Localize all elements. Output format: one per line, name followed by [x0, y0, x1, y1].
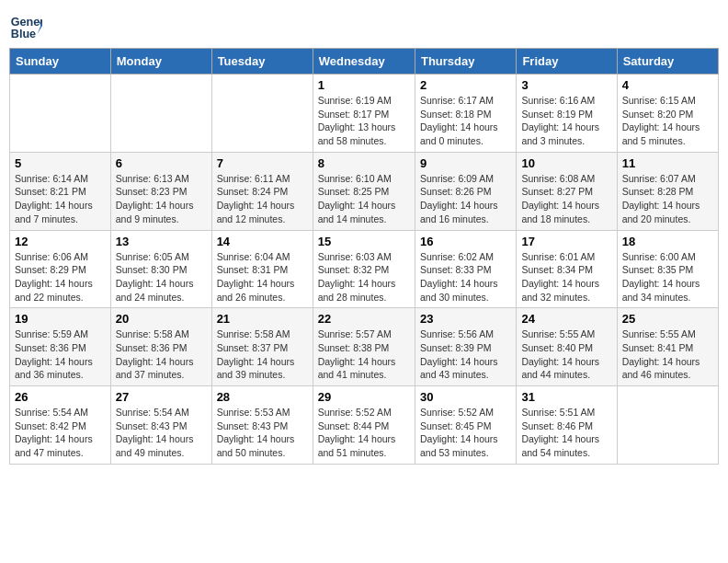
day-number: 3	[521, 78, 611, 92]
day-info: Sunrise: 6:09 AMSunset: 8:26 PMDaylight:…	[420, 172, 511, 226]
calendar-cell	[211, 75, 313, 153]
day-info: Sunrise: 5:52 AMSunset: 8:44 PMDaylight:…	[318, 406, 410, 460]
day-number: 11	[622, 156, 713, 170]
calendar-cell: 3Sunrise: 6:16 AMSunset: 8:19 PMDaylight…	[517, 75, 617, 153]
svg-text:Blue: Blue	[11, 28, 36, 40]
calendar-cell: 24Sunrise: 5:55 AMSunset: 8:40 PMDayligh…	[517, 308, 617, 386]
calendar-cell: 10Sunrise: 6:08 AMSunset: 8:27 PMDayligh…	[517, 152, 617, 230]
calendar-cell: 23Sunrise: 5:56 AMSunset: 8:39 PMDayligh…	[415, 308, 516, 386]
day-info: Sunrise: 6:03 AMSunset: 8:32 PMDaylight:…	[318, 250, 410, 304]
calendar-cell: 25Sunrise: 5:55 AMSunset: 8:41 PMDayligh…	[617, 308, 718, 386]
calendar-cell: 7Sunrise: 6:11 AMSunset: 8:24 PMDaylight…	[211, 152, 313, 230]
day-info: Sunrise: 5:55 AMSunset: 8:41 PMDaylight:…	[622, 327, 713, 382]
day-info: Sunrise: 6:17 AMSunset: 8:18 PMDaylight:…	[420, 94, 511, 148]
day-number: 28	[217, 390, 308, 404]
day-number: 18	[622, 235, 713, 248]
day-info: Sunrise: 6:08 AMSunset: 8:27 PMDaylight:…	[521, 172, 611, 226]
day-info: Sunrise: 5:53 AMSunset: 8:43 PMDaylight:…	[217, 406, 308, 460]
day-info: Sunrise: 6:01 AMSunset: 8:34 PMDaylight:…	[521, 250, 611, 304]
calendar-cell: 18Sunrise: 6:00 AMSunset: 8:35 PMDayligh…	[617, 230, 718, 308]
calendar-cell: 15Sunrise: 6:03 AMSunset: 8:32 PMDayligh…	[313, 230, 415, 308]
day-info: Sunrise: 5:51 AMSunset: 8:46 PMDaylight:…	[521, 406, 611, 460]
weekday-header-thursday: Thursday	[415, 49, 516, 75]
calendar-cell: 12Sunrise: 6:06 AMSunset: 8:29 PMDayligh…	[10, 230, 111, 308]
day-number: 9	[420, 156, 511, 170]
day-info: Sunrise: 5:54 AMSunset: 8:43 PMDaylight:…	[116, 406, 207, 460]
calendar-cell: 21Sunrise: 5:58 AMSunset: 8:37 PMDayligh…	[211, 308, 313, 386]
calendar-cell	[617, 386, 718, 465]
calendar-cell: 20Sunrise: 5:58 AMSunset: 8:36 PMDayligh…	[110, 308, 211, 386]
day-number: 12	[15, 235, 106, 248]
calendar-cell: 9Sunrise: 6:09 AMSunset: 8:26 PMDaylight…	[415, 152, 516, 230]
calendar-cell: 26Sunrise: 5:54 AMSunset: 8:42 PMDayligh…	[10, 386, 111, 465]
day-info: Sunrise: 6:02 AMSunset: 8:33 PMDaylight:…	[420, 250, 511, 304]
day-number: 23	[420, 312, 511, 326]
day-number: 8	[318, 156, 410, 170]
calendar-cell: 14Sunrise: 6:04 AMSunset: 8:31 PMDayligh…	[211, 230, 313, 308]
day-info: Sunrise: 5:55 AMSunset: 8:40 PMDaylight:…	[521, 327, 611, 382]
day-number: 1	[318, 78, 410, 92]
day-number: 27	[116, 390, 207, 404]
calendar-cell: 6Sunrise: 6:13 AMSunset: 8:23 PMDaylight…	[110, 152, 211, 230]
day-number: 7	[217, 156, 308, 170]
day-number: 26	[15, 390, 106, 404]
day-info: Sunrise: 6:13 AMSunset: 8:23 PMDaylight:…	[116, 172, 207, 226]
day-info: Sunrise: 6:05 AMSunset: 8:30 PMDaylight:…	[116, 250, 207, 304]
day-number: 16	[420, 235, 511, 248]
day-info: Sunrise: 5:59 AMSunset: 8:36 PMDaylight:…	[15, 327, 106, 382]
day-info: Sunrise: 6:06 AMSunset: 8:29 PMDaylight:…	[15, 250, 106, 304]
calendar-cell: 31Sunrise: 5:51 AMSunset: 8:46 PMDayligh…	[517, 386, 617, 465]
day-number: 10	[521, 156, 611, 170]
day-number: 20	[116, 312, 207, 326]
calendar-cell: 11Sunrise: 6:07 AMSunset: 8:28 PMDayligh…	[617, 152, 718, 230]
calendar-cell: 13Sunrise: 6:05 AMSunset: 8:30 PMDayligh…	[110, 230, 211, 308]
day-number: 15	[318, 235, 410, 248]
page-header: General Blue	[9, 9, 719, 42]
logo: General Blue	[9, 9, 46, 42]
calendar-cell: 19Sunrise: 5:59 AMSunset: 8:36 PMDayligh…	[10, 308, 111, 386]
day-number: 6	[116, 156, 207, 170]
day-info: Sunrise: 6:15 AMSunset: 8:20 PMDaylight:…	[622, 94, 713, 148]
day-number: 29	[318, 390, 410, 404]
calendar-cell: 2Sunrise: 6:17 AMSunset: 8:18 PMDaylight…	[415, 75, 516, 153]
weekday-header-friday: Friday	[517, 49, 617, 75]
day-number: 13	[116, 235, 207, 248]
calendar-cell	[10, 75, 111, 153]
day-number: 17	[521, 235, 611, 248]
calendar-cell: 4Sunrise: 6:15 AMSunset: 8:20 PMDaylight…	[617, 75, 718, 153]
calendar-cell: 28Sunrise: 5:53 AMSunset: 8:43 PMDayligh…	[211, 386, 313, 465]
weekday-header-monday: Monday	[110, 49, 211, 75]
calendar-cell: 8Sunrise: 6:10 AMSunset: 8:25 PMDaylight…	[313, 152, 415, 230]
day-info: Sunrise: 5:54 AMSunset: 8:42 PMDaylight:…	[15, 406, 106, 460]
weekday-header-saturday: Saturday	[617, 49, 718, 75]
day-info: Sunrise: 6:00 AMSunset: 8:35 PMDaylight:…	[622, 250, 713, 304]
day-info: Sunrise: 5:58 AMSunset: 8:36 PMDaylight:…	[116, 327, 207, 382]
day-info: Sunrise: 5:56 AMSunset: 8:39 PMDaylight:…	[420, 327, 511, 382]
day-info: Sunrise: 6:11 AMSunset: 8:24 PMDaylight:…	[217, 172, 308, 226]
day-number: 31	[521, 390, 611, 404]
day-number: 4	[622, 78, 713, 92]
day-info: Sunrise: 5:58 AMSunset: 8:37 PMDaylight:…	[217, 327, 308, 382]
weekday-header-sunday: Sunday	[10, 49, 111, 75]
day-info: Sunrise: 6:04 AMSunset: 8:31 PMDaylight:…	[217, 250, 308, 304]
day-info: Sunrise: 6:10 AMSunset: 8:25 PMDaylight:…	[318, 172, 410, 226]
day-number: 5	[15, 156, 106, 170]
day-info: Sunrise: 5:52 AMSunset: 8:45 PMDaylight:…	[420, 406, 511, 460]
day-info: Sunrise: 6:07 AMSunset: 8:28 PMDaylight:…	[622, 172, 713, 226]
day-info: Sunrise: 5:57 AMSunset: 8:38 PMDaylight:…	[318, 327, 410, 382]
calendar-cell: 27Sunrise: 5:54 AMSunset: 8:43 PMDayligh…	[110, 386, 211, 465]
day-number: 2	[420, 78, 511, 92]
weekday-header-wednesday: Wednesday	[313, 49, 415, 75]
calendar-cell: 30Sunrise: 5:52 AMSunset: 8:45 PMDayligh…	[415, 386, 516, 465]
day-number: 19	[15, 312, 106, 326]
day-info: Sunrise: 6:14 AMSunset: 8:21 PMDaylight:…	[15, 172, 106, 226]
calendar-cell: 17Sunrise: 6:01 AMSunset: 8:34 PMDayligh…	[517, 230, 617, 308]
day-number: 24	[521, 312, 611, 326]
day-number: 22	[318, 312, 410, 326]
calendar-cell: 16Sunrise: 6:02 AMSunset: 8:33 PMDayligh…	[415, 230, 516, 308]
calendar-cell	[110, 75, 211, 153]
calendar-cell: 22Sunrise: 5:57 AMSunset: 8:38 PMDayligh…	[313, 308, 415, 386]
calendar-cell: 1Sunrise: 6:19 AMSunset: 8:17 PMDaylight…	[313, 75, 415, 153]
weekday-header-tuesday: Tuesday	[211, 49, 313, 75]
logo-icon: General Blue	[9, 9, 42, 42]
